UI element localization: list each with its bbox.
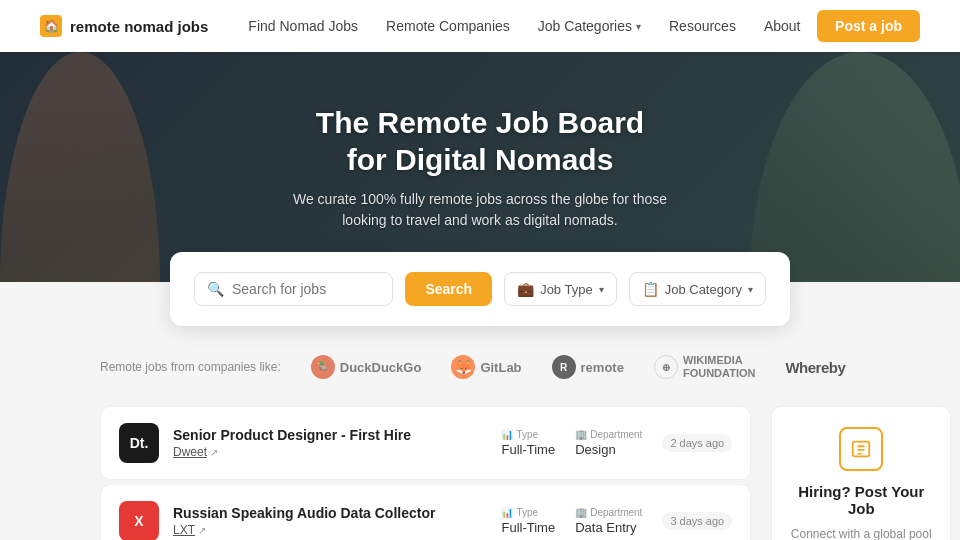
job-department-meta: 🏢 Department Design — [575, 429, 642, 457]
nav-remote-companies[interactable]: Remote Companies — [386, 18, 510, 34]
chevron-down-icon: ▾ — [599, 284, 604, 295]
job-title: Senior Product Designer - First Hire — [173, 427, 487, 443]
external-link-icon: ↗ — [198, 525, 206, 536]
company-duckduckgo: 🦆 DuckDuckGo — [311, 355, 422, 379]
job-title: Russian Speaking Audio Data Collector — [173, 505, 487, 521]
avatar: X — [119, 501, 159, 540]
job-type-dropdown[interactable]: 💼 Job Type ▾ — [504, 272, 617, 306]
hero-section: The Remote Job Board for Digital Nomads … — [0, 52, 960, 282]
company-whereby: Whereby — [785, 359, 845, 376]
job-info: Senior Product Designer - First Hire Dwe… — [173, 427, 487, 459]
company-wikimedia: ⊕ WIKIMEDIAFOUNDATION — [654, 354, 756, 380]
search-button[interactable]: Search — [405, 272, 492, 306]
dept-icon: 🏢 — [575, 507, 587, 518]
nav-job-categories[interactable]: Job Categories ▾ — [538, 18, 641, 34]
job-dept-value: Design — [575, 442, 642, 457]
nav-find-nomad-jobs[interactable]: Find Nomad Jobs — [248, 18, 358, 34]
logo-icon: 🏠 — [40, 15, 62, 37]
job-department-meta: 🏢 Department Data Entry — [575, 507, 642, 535]
logo-text: remote nomad jobs — [70, 18, 208, 35]
search-container: 🔍 Search 💼 Job Type ▾ 📋 Job Category ▾ — [0, 252, 960, 326]
companies-section: Remote jobs from companies like: 🦆 DuckD… — [0, 326, 960, 390]
job-info: Russian Speaking Audio Data Collector LX… — [173, 505, 487, 537]
job-type-value: Full-Time — [501, 520, 555, 535]
table-row[interactable]: Dt. Senior Product Designer - First Hire… — [100, 406, 751, 480]
type-icon: 📊 — [501, 507, 513, 518]
search-icon: 🔍 — [207, 281, 224, 297]
remote-mark: R — [552, 355, 576, 379]
job-type-icon: 💼 — [517, 281, 534, 297]
avatar: Dt. — [119, 423, 159, 463]
job-category-icon: 📋 — [642, 281, 659, 297]
hero-title: The Remote Job Board for Digital Nomads — [280, 104, 680, 179]
sidebar: Hiring? Post Your Job Connect with a glo… — [771, 406, 951, 540]
sidebar-post-desc: Connect with a global pool of skilled re… — [788, 525, 934, 540]
company-gitlab: 🦊 GitLab — [451, 355, 521, 379]
chevron-down-icon: ▾ — [636, 21, 641, 32]
job-category-dropdown[interactable]: 📋 Job Category ▾ — [629, 272, 766, 306]
wikimedia-mark: ⊕ — [654, 355, 678, 379]
external-link-icon: ↗ — [210, 447, 218, 458]
job-company: Dweet ↗ — [173, 445, 487, 459]
job-badge: 3 days ago — [662, 512, 732, 530]
main-content: Dt. Senior Product Designer - First Hire… — [0, 390, 960, 540]
chevron-down-icon: ▾ — [748, 284, 753, 295]
job-meta: 📊 Type Full-Time 🏢 Department Data Entry… — [501, 507, 732, 535]
type-icon: 📊 — [501, 429, 513, 440]
job-company: LXT ↗ — [173, 523, 487, 537]
hero-content: The Remote Job Board for Digital Nomads … — [260, 104, 700, 231]
job-type-meta: 📊 Type Full-Time — [501, 507, 555, 535]
job-type-meta: 📊 Type Full-Time — [501, 429, 555, 457]
company-link[interactable]: LXT — [173, 523, 195, 537]
navbar: 🏠 remote nomad jobs Find Nomad Jobs Remo… — [0, 0, 960, 52]
post-job-button[interactable]: Post a job — [817, 10, 920, 42]
gitlab-mark: 🦊 — [451, 355, 475, 379]
company-remote: R remote — [552, 355, 624, 379]
job-badge: 2 days ago — [662, 434, 732, 452]
job-listings: Dt. Senior Product Designer - First Hire… — [100, 406, 751, 540]
dept-icon: 🏢 — [575, 429, 587, 440]
companies-label: Remote jobs from companies like: — [100, 360, 281, 374]
job-type-value: Full-Time — [501, 442, 555, 457]
nav-links: Find Nomad Jobs Remote Companies Job Cat… — [248, 18, 817, 34]
search-input-wrap[interactable]: 🔍 — [194, 272, 393, 306]
hero-subtitle: We curate 100% fully remote jobs across … — [280, 189, 680, 231]
nav-resources[interactable]: Resources — [669, 18, 736, 34]
search-input[interactable] — [232, 281, 380, 297]
job-meta: 📊 Type Full-Time 🏢 Department Design 2 d… — [501, 429, 732, 457]
company-link[interactable]: Dweet — [173, 445, 207, 459]
table-row[interactable]: X Russian Speaking Audio Data Collector … — [100, 484, 751, 540]
nav-about[interactable]: About — [764, 18, 801, 34]
post-job-card: Hiring? Post Your Job Connect with a glo… — [771, 406, 951, 540]
job-dept-value: Data Entry — [575, 520, 642, 535]
duckduckgo-mark: 🦆 — [311, 355, 335, 379]
post-job-icon — [839, 427, 883, 471]
logo[interactable]: 🏠 remote nomad jobs — [40, 15, 208, 37]
sidebar-post-title: Hiring? Post Your Job — [788, 483, 934, 517]
search-card: 🔍 Search 💼 Job Type ▾ 📋 Job Category ▾ — [170, 252, 790, 326]
companies-logos: 🦆 DuckDuckGo 🦊 GitLab R remote ⊕ WIKIMED… — [311, 354, 846, 380]
